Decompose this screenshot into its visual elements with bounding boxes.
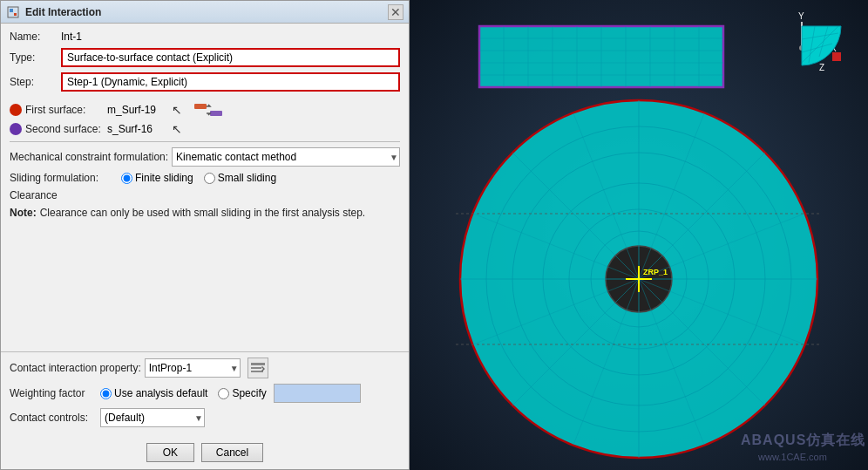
dialog-content: Name: Int-1 Type: Surface-to-surface con… bbox=[1, 24, 409, 351]
weighting-default-option[interactable]: Use analysis default bbox=[100, 387, 207, 399]
svg-rect-4 bbox=[210, 111, 222, 116]
sliding-radio-group: Finite sliding Small sliding bbox=[121, 172, 276, 184]
weighting-default-label: Use analysis default bbox=[114, 387, 207, 399]
bottom-section: Contact interaction property: IntProp-1 … bbox=[1, 351, 409, 438]
second-surface-value: s_Surf-16 bbox=[107, 123, 168, 135]
weighting-specify-option[interactable]: Specify bbox=[218, 387, 266, 399]
main-disk-mesh: ZRP_1 bbox=[456, 100, 822, 458]
close-button[interactable]: ✕ bbox=[388, 4, 403, 20]
svg-rect-5 bbox=[251, 363, 265, 365]
first-surface-value: m_Surf-19 bbox=[107, 104, 168, 116]
first-surface-cursor-icon[interactable]: ↖ bbox=[172, 103, 182, 117]
watermark2: www.1CAE.com bbox=[757, 452, 827, 462]
constraint-row: Mechanical constraint formulation: Kinem… bbox=[10, 147, 400, 167]
dialog-titlebar: Edit Interaction ✕ bbox=[1, 1, 409, 24]
second-surface-label: Second surface: bbox=[25, 123, 104, 135]
svg-rect-1 bbox=[10, 9, 13, 12]
clearance-section: Clearance bbox=[10, 189, 400, 201]
finite-sliding-label: Finite sliding bbox=[135, 172, 193, 184]
name-label: Name: bbox=[10, 31, 58, 43]
weighting-specify-label: Specify bbox=[232, 387, 266, 399]
weighting-default-radio[interactable] bbox=[100, 388, 112, 399]
svg-rect-3 bbox=[194, 104, 207, 109]
first-surface-row: First surface: m_Surf-19 ↖ bbox=[10, 102, 400, 118]
step-row: Step: Step-1 (Dynamic, Explicit) bbox=[10, 72, 400, 92]
swap-surfaces-icon[interactable] bbox=[194, 102, 222, 118]
svg-rect-2 bbox=[14, 13, 17, 16]
edit-property-button[interactable] bbox=[248, 358, 268, 378]
sliding-label: Sliding formulation: bbox=[10, 172, 114, 184]
cancel-button[interactable]: Cancel bbox=[201, 443, 263, 462]
small-sliding-label: Small sliding bbox=[218, 172, 276, 184]
svg-text:Z: Z bbox=[819, 63, 824, 72]
controls-select[interactable]: (Default) bbox=[100, 408, 205, 427]
viewport-panel: Y X Z bbox=[410, 0, 868, 470]
name-row: Name: Int-1 bbox=[10, 31, 400, 43]
property-select-wrapper: IntProp-1 ▼ bbox=[145, 358, 241, 378]
svg-rect-7 bbox=[251, 371, 263, 372]
note-text: Clearance can only be used with small sl… bbox=[40, 207, 366, 219]
property-label: Contact interaction property: bbox=[10, 362, 141, 374]
property-select[interactable]: IntProp-1 bbox=[145, 358, 241, 378]
divider1 bbox=[10, 141, 400, 142]
ok-button[interactable]: OK bbox=[146, 443, 194, 462]
controls-select-wrapper: (Default) ▼ bbox=[100, 408, 205, 427]
edit-interaction-dialog: Edit Interaction ✕ Name: Int-1 Type: Sur… bbox=[0, 0, 410, 470]
constraint-select[interactable]: Kinematic contact method Penalty contact… bbox=[172, 147, 400, 167]
property-row: Contact interaction property: IntProp-1 … bbox=[10, 358, 400, 378]
controls-label: Contact controls: bbox=[10, 412, 97, 424]
constraint-select-wrapper: Kinematic contact method Penalty contact… bbox=[172, 147, 400, 167]
first-surface-icon bbox=[10, 104, 22, 116]
svg-text:Y: Y bbox=[798, 11, 804, 21]
svg-rect-17 bbox=[832, 52, 841, 61]
note-row: Note: Clearance can only be used with sm… bbox=[10, 207, 400, 219]
top-mesh bbox=[479, 26, 723, 87]
type-row: Type: Surface-to-surface contact (Explic… bbox=[10, 48, 400, 67]
step-value: Step-1 (Dynamic, Explicit) bbox=[61, 72, 400, 92]
weighting-label: Weighting factor bbox=[10, 387, 97, 399]
second-surface-icon bbox=[10, 123, 22, 135]
weighting-specify-radio[interactable] bbox=[218, 388, 229, 399]
watermark1: ABAQUS仿真在线 bbox=[741, 433, 865, 447]
small-sliding-radio[interactable] bbox=[204, 173, 215, 184]
clearance-title: Clearance bbox=[10, 189, 400, 201]
second-surface-row: Second surface: s_Surf-16 ↖ bbox=[10, 122, 400, 136]
controls-row: Contact controls: (Default) ▼ bbox=[10, 408, 400, 427]
sliding-row: Sliding formulation: Finite sliding Smal… bbox=[10, 172, 400, 184]
weighting-specify-input[interactable] bbox=[274, 384, 361, 403]
small-sliding-option[interactable]: Small sliding bbox=[204, 172, 276, 184]
dialog-icon bbox=[6, 5, 20, 19]
finite-sliding-option[interactable]: Finite sliding bbox=[121, 172, 193, 184]
second-surface-cursor-icon[interactable]: ↖ bbox=[172, 122, 182, 136]
dialog-buttons: OK Cancel bbox=[1, 438, 409, 469]
dialog-title: Edit Interaction bbox=[25, 6, 383, 18]
svg-text:ZRP_1: ZRP_1 bbox=[643, 268, 668, 276]
finite-sliding-radio[interactable] bbox=[121, 173, 132, 184]
svg-rect-6 bbox=[251, 367, 261, 369]
note-label: Note: bbox=[10, 207, 37, 219]
name-value: Int-1 bbox=[61, 31, 82, 43]
weighting-row: Weighting factor Use analysis default Sp… bbox=[10, 384, 400, 403]
constraint-label: Mechanical constraint formulation: bbox=[10, 151, 168, 163]
type-label: Type: bbox=[10, 51, 58, 64]
step-label: Step: bbox=[10, 76, 58, 88]
viewport-svg: Y X Z bbox=[410, 0, 868, 470]
first-surface-label: First surface: bbox=[25, 104, 104, 116]
type-value: Surface-to-surface contact (Explicit) bbox=[61, 48, 400, 67]
